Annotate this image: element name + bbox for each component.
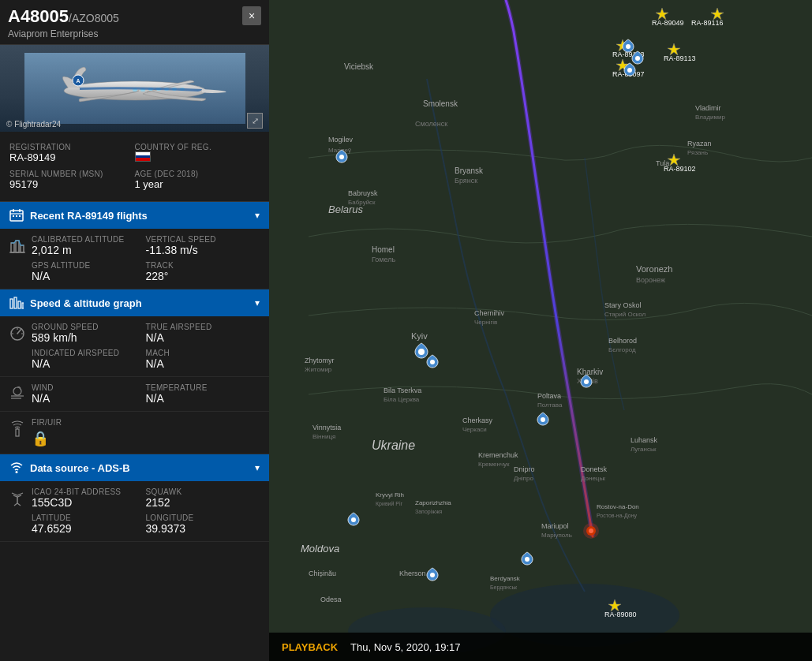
fir-lock: 🔒 (32, 430, 260, 447)
gps-row: GPS ALTITUDE N/A TRACK 228° (32, 261, 260, 282)
recent-flights-header[interactable]: Recent RA-89149 flights ▾ (0, 202, 269, 229)
wind-section: WIND N/A TEMPERATURE N/A (0, 377, 269, 412)
svg-text:Чернігів: Чернігів (474, 319, 497, 326)
svg-text:RA-89080: RA-89080 (604, 611, 637, 618)
mach-item: MACH N/A (146, 349, 260, 370)
svg-text:Bryansk: Bryansk (455, 166, 484, 175)
svg-rect-17 (19, 215, 21, 217)
recent-flights-title: Recent RA-89149 flights (30, 210, 148, 222)
calendar-icon (9, 208, 24, 222)
svg-text:Луганськ: Луганськ (631, 446, 657, 453)
svg-text:Kharkiv: Kharkiv (577, 368, 603, 376)
mach-value: N/A (146, 357, 260, 370)
svg-text:Воронеж: Воронеж (636, 276, 665, 284)
close-button[interactable]: × (242, 6, 261, 25)
speed-content: GROUND SPEED 589 km/h TRUE AIRSPEED N/A … (32, 323, 260, 370)
altitude-row: CALIBRATED ALTITUDE 2,012 m VERTICAL SPE… (32, 235, 260, 256)
track-label: TRACK (146, 261, 260, 270)
speed-graph-chevron: ▾ (255, 297, 260, 308)
svg-rect-16 (16, 215, 17, 217)
svg-text:A: A (76, 78, 80, 84)
playback-label: PLAYBACK (282, 641, 338, 653)
airline-name: Aviaprom Enterprises (8, 28, 119, 39)
svg-point-127 (626, 44, 631, 49)
svg-text:Kremenchuk: Kremenchuk (478, 451, 518, 459)
svg-point-116 (418, 349, 425, 355)
svg-text:Smolensk: Smolensk (423, 99, 458, 108)
svg-rect-20 (21, 245, 24, 252)
svg-text:Odesa: Odesa (320, 596, 342, 603)
header-left: A48005/AZO8005 Aviaprom Enterprises (8, 6, 119, 39)
adsb-icon-col (3, 487, 32, 506)
svg-text:Viciebsk: Viciebsk (344, 62, 374, 71)
country-value (135, 151, 260, 162)
map-area[interactable]: Viciebsk Smolensk Смоленск Mogilev Магіл… (269, 0, 812, 661)
speed-graph-title: Speed & altitude graph (30, 297, 142, 309)
data-source-header[interactable]: Data source - ADS-B ▾ (0, 454, 269, 481)
svg-text:Voronezh: Voronezh (636, 264, 672, 274)
svg-text:Luhansk: Luhansk (631, 436, 658, 444)
svg-rect-25 (22, 303, 24, 308)
svg-text:Біла Церква: Біла Церква (384, 396, 420, 403)
serial-item: SERIAL NUMBER (MSN) 95179 (9, 166, 135, 193)
svg-text:Старий Оскол: Старий Оскол (604, 311, 645, 318)
age-label: AGE (DEC 2018) (135, 170, 260, 178)
svg-text:Донецьк: Донецьк (581, 475, 606, 482)
country-label: COUNTRY OF REG. (135, 143, 260, 151)
icao-item: ICAO 24-BIT ADDRESS 155C3D (32, 487, 146, 509)
fir-section: FIR/UIR 🔒 (0, 412, 269, 454)
svg-text:Homel: Homel (372, 245, 395, 254)
track-value: 228° (146, 270, 260, 282)
playback-bar: PLAYBACK Thu, Nov 5, 2020, 19:17 (269, 633, 812, 661)
altitude-icon-col (3, 235, 32, 254)
svg-point-121 (430, 573, 435, 577)
age-value: 1 year (135, 178, 260, 190)
svg-text:Bila Tserkva: Bila Tserkva (384, 387, 421, 394)
svg-text:Rostov-na-Don: Rostov-na-Don (597, 503, 639, 510)
svg-text:Ukraine: Ukraine (372, 439, 415, 452)
speed-section: GROUND SPEED 589 km/h TRUE AIRSPEED N/A … (0, 316, 269, 377)
svg-text:RA-89113: RA-89113 (664, 54, 696, 62)
svg-text:Вінниця: Вінниця (312, 433, 335, 440)
svg-rect-19 (16, 241, 19, 252)
ground-speed-item: GROUND SPEED 589 km/h (32, 323, 146, 344)
expand-button[interactable]: ⤢ (247, 113, 263, 129)
svg-point-120 (584, 379, 589, 384)
speed-graph-header[interactable]: Speed & altitude graph ▾ (0, 289, 269, 316)
svg-rect-24 (18, 301, 21, 308)
svg-text:Маріуполь: Маріуполь (541, 532, 572, 539)
indicated-airspeed-value: N/A (32, 357, 146, 370)
svg-text:Kryvyi Rih: Kryvyi Rih (376, 491, 404, 499)
svg-point-35 (16, 471, 18, 473)
squawk-label: SQUAWK (146, 487, 260, 496)
playback-time: Thu, Nov 5, 2020, 19:17 (350, 641, 460, 653)
tower-icon (9, 420, 26, 437)
country-item: COUNTRY OF REG. (135, 140, 260, 166)
latitude-item: LATITUDE 47.6529 (32, 513, 146, 535)
svg-text:Mogilev: Mogilev (328, 136, 354, 144)
registration-grid: REGISTRATION RA-89149 COUNTRY OF REG. SE… (0, 132, 269, 202)
calibrated-altitude-value: 2,012 m (32, 244, 146, 256)
svg-text:Donetsk: Donetsk (581, 465, 608, 473)
speed-icon (9, 324, 26, 342)
reg-value: RA-89149 (9, 151, 135, 163)
icao-label: ICAO 24-BIT ADDRESS (32, 487, 146, 496)
svg-text:Vinnytsia: Vinnytsia (312, 424, 341, 431)
mach-label: MACH (146, 349, 260, 357)
altitude-section: CALIBRATED ALTITUDE 2,012 m VERTICAL SPE… (0, 229, 269, 289)
reg-label: REGISTRATION (9, 143, 135, 151)
registration-item: REGISTRATION RA-89149 (9, 140, 135, 166)
svg-text:Бабруйск: Бабруйск (348, 199, 376, 206)
wind-row: WIND N/A TEMPERATURE N/A (32, 383, 260, 405)
serial-value: 95179 (9, 178, 135, 190)
russia-flag (135, 151, 151, 162)
image-copyright: © Flightradar24 (6, 120, 61, 129)
squawk-value: 2152 (146, 496, 260, 509)
svg-rect-33 (16, 429, 19, 436)
svg-text:Berdyansk: Berdyansk (490, 575, 521, 582)
wind-icon-col (3, 383, 32, 402)
calibrated-altitude-item: CALIBRATED ALTITUDE 2,012 m (32, 235, 146, 256)
flight-header: A48005/AZO8005 Aviaprom Enterprises × (0, 0, 269, 45)
wind-value: N/A (32, 392, 146, 405)
fir-content: FIR/UIR 🔒 (32, 418, 260, 447)
